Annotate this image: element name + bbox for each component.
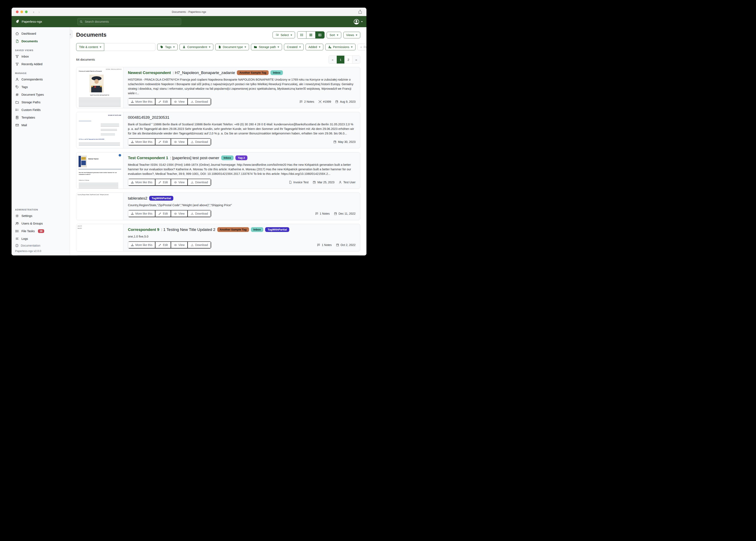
document-meta-notes[interactable]: 1 Notes — [315, 212, 330, 215]
document-correspondent-link[interactable]: Correspondent 9 — [128, 228, 159, 232]
view-button[interactable]: View — [171, 98, 188, 105]
sidebar-item-logs[interactable]: Logs — [12, 235, 70, 243]
document-title[interactable]: tablerates2 — [128, 196, 147, 201]
view-button[interactable]: View — [171, 242, 188, 249]
pencil-icon — [158, 212, 161, 215]
document-meta-doctype[interactable]: Invoice Test — [289, 181, 309, 184]
sidebar-item-document-types[interactable]: Document Types — [12, 91, 70, 98]
document-correspondent-link[interactable]: Test Correspondent 1 — [128, 156, 168, 160]
tag-chip[interactable]: Inbox — [271, 70, 283, 75]
user-menu-caret-icon[interactable] — [361, 21, 363, 22]
edit-button[interactable]: Edit — [155, 210, 171, 217]
added-filter-button[interactable]: Added — [306, 44, 323, 50]
document-thumbnail[interactable]: Medical Teacher Has the new Kirkpatrick … — [76, 152, 123, 189]
view-mode-grid-button[interactable] — [306, 32, 315, 38]
permissions-filter-button[interactable]: Permissions — [325, 44, 356, 50]
user-avatar-icon[interactable] — [353, 19, 360, 25]
view-mode-largecards-button[interactable] — [315, 32, 324, 38]
document-meta-notes[interactable]: 1 Notes — [317, 243, 332, 247]
edit-button[interactable]: Edit — [155, 98, 171, 105]
tag-chip[interactable]: TagWithPartial — [149, 196, 173, 201]
sidebar-item-recently-added[interactable]: Recently Added — [12, 60, 70, 68]
download-button[interactable]: Download — [188, 98, 211, 105]
pagination-page-1[interactable]: 1 — [337, 56, 344, 64]
sidebar-item-storage-paths[interactable]: Storage Paths — [12, 98, 70, 106]
document-meta-calendar[interactable]: Mar 25, 2023 — [313, 181, 334, 184]
tags-filter-button[interactable]: Tags — [157, 44, 178, 50]
edit-button[interactable]: Edit — [155, 138, 171, 145]
more-like-this-button[interactable]: More like this — [128, 98, 155, 105]
download-button[interactable]: Download — [188, 210, 211, 217]
title-content-dropdown-button[interactable]: Title & content — [76, 43, 104, 51]
search-input[interactable] — [84, 20, 179, 24]
document-meta-calendar[interactable]: May 30, 2023 — [333, 140, 356, 144]
sort-button[interactable]: Sort — [327, 32, 341, 38]
sidebar-item-settings[interactable]: Settings — [12, 212, 70, 220]
edit-button[interactable]: Edit — [155, 179, 171, 186]
correspondent-filter-button[interactable]: Correspondent — [180, 44, 213, 50]
reset-filters-button[interactable]: × Reset filters — [357, 44, 366, 50]
more-like-this-button[interactable]: More like this — [128, 210, 155, 217]
share-icon[interactable] — [358, 10, 362, 15]
document-thumbnail[interactable]: Country,Region/State,"Zip/Postal Code","… — [76, 193, 123, 220]
sidebar-item-users-groups[interactable]: Users & Groups — [12, 220, 70, 227]
document-meta-calendar[interactable]: Dec 11, 2022 — [334, 212, 356, 215]
more-like-this-button[interactable]: More like this — [128, 179, 155, 186]
select-button[interactable]: Select — [273, 32, 295, 38]
storage-path-filter-button[interactable]: Storage path — [251, 44, 282, 50]
tag-chip[interactable]: Tag 2 — [235, 156, 247, 160]
sidebar-item-custom-fields[interactable]: Custom Fields — [12, 106, 70, 114]
caret-down-icon — [356, 35, 357, 36]
document-meta-label: Mar 25, 2023 — [317, 181, 334, 184]
view-button[interactable]: View — [171, 210, 188, 217]
title-content-input[interactable] — [104, 43, 155, 51]
sidebar-collapse-button[interactable]: « — [70, 30, 73, 38]
created-filter-button[interactable]: Created — [284, 44, 304, 50]
sidebar-item-dashboard[interactable]: Dashboard — [12, 30, 70, 37]
document-thumbnail[interactable]: ❖ BANK OF SCOTLAND 2,0 % p. a. auf Ihr T… — [76, 112, 123, 148]
document-thumbnail[interactable]: one,1.0five,5.0 — [76, 224, 123, 251]
download-button[interactable]: Download — [188, 179, 211, 186]
more-like-this-button[interactable]: More like this — [128, 138, 155, 145]
sidebar-item-mail[interactable]: Mail — [12, 121, 70, 129]
tag-chip[interactable]: Another Sample Tag — [217, 227, 249, 232]
pagination-page-2[interactable]: 2 — [344, 56, 352, 64]
document-title[interactable]: 0004814539_20230531 — [128, 115, 169, 120]
document-correspondent-link[interactable]: Newest Correspondent — [128, 71, 171, 75]
tag-chip[interactable]: Another Sample Tag — [237, 70, 269, 75]
sidebar-item-correspondents[interactable]: Correspondents — [12, 76, 70, 83]
tag-chip[interactable]: Inbox — [251, 227, 263, 232]
document-title[interactable]: : H7_Napoleon_Bonaparte_zadanie — [173, 71, 235, 75]
documentation-link[interactable]: Documentation — [15, 244, 66, 248]
document-thumbnail[interactable]: HISTORIA - PRACA DLA CHĘTNYCH Francja po… — [76, 67, 123, 108]
document-meta-barcode[interactable]: #1999 — [318, 100, 331, 103]
document-meta-calendar[interactable]: Oct 2, 2022 — [336, 243, 356, 247]
sidebar-item-inbox[interactable]: Inbox — [12, 53, 70, 60]
sidebar-item-file-tasks[interactable]: File Tasks16 — [12, 227, 70, 235]
person-icon — [182, 45, 186, 49]
document-title[interactable]: : [paperless] test post-owner — [170, 156, 219, 160]
more-like-this-button[interactable]: More like this — [128, 242, 155, 249]
pagination-prev-button[interactable]: « — [329, 56, 337, 64]
views-button[interactable]: Views — [343, 32, 360, 38]
tag-chip[interactable]: Inbox — [221, 156, 234, 160]
sidebar-item-templates[interactable]: Templates — [12, 114, 70, 121]
download-icon — [191, 244, 194, 247]
document-type-filter-button[interactable]: Document type — [215, 44, 249, 50]
view-button[interactable]: View — [171, 179, 188, 186]
document-meta-calendar[interactable]: Aug 9, 2023 — [335, 100, 356, 103]
view-mode-table-button[interactable] — [297, 32, 306, 38]
download-button[interactable]: Download — [188, 138, 211, 145]
download-button[interactable]: Download — [188, 242, 211, 249]
tag-chip[interactable]: TagWithPartial — [265, 227, 289, 232]
document-title[interactable]: : 1 Testing New Title Updated 2 — [161, 228, 215, 232]
document-meta-user[interactable]: Test User — [339, 181, 356, 184]
pagination-next-button[interactable]: » — [352, 56, 360, 64]
sidebar-item-documents[interactable]: Documents — [12, 37, 70, 45]
app-brand[interactable]: Paperless-ngx — [15, 19, 42, 24]
edit-button[interactable]: Edit — [155, 242, 171, 249]
document-card: one,1.0five,5.0 Correspondent 9: 1 Testi… — [76, 224, 360, 252]
sidebar-item-tags[interactable]: Tags — [12, 83, 70, 91]
document-meta-notes[interactable]: 2 Notes — [299, 100, 314, 103]
view-button[interactable]: View — [171, 138, 188, 145]
